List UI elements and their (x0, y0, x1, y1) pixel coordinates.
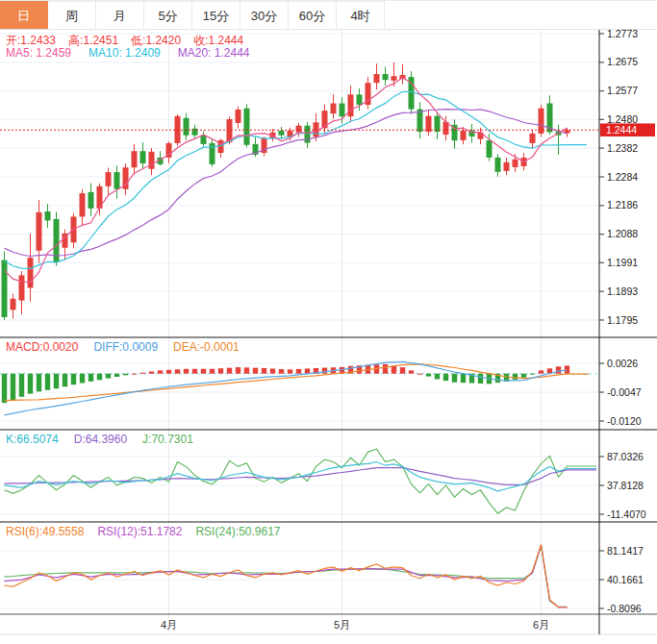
candle-body[interactable] (37, 212, 42, 251)
macd-bar[interactable] (253, 368, 258, 374)
candle-body[interactable] (80, 193, 86, 216)
candle-body[interactable] (244, 109, 250, 145)
candle-body[interactable] (149, 152, 155, 169)
macd-bar[interactable] (461, 374, 466, 383)
macd-bar[interactable] (521, 374, 526, 378)
candle-body[interactable] (513, 160, 518, 167)
macd-bar[interactable] (11, 374, 15, 400)
macd-bar[interactable] (270, 368, 275, 373)
tab-month[interactable]: 月 (96, 1, 144, 29)
macd-bar[interactable] (210, 369, 215, 374)
candle-body[interactable] (331, 104, 337, 114)
macd-bar[interactable] (513, 374, 518, 380)
candle-body[interactable] (184, 118, 190, 136)
candle-body[interactable] (383, 74, 389, 80)
macd-bar[interactable] (296, 369, 301, 374)
tab-4hour[interactable]: 4时 (337, 1, 385, 29)
candle-body[interactable] (132, 151, 138, 167)
macd-bar[interactable] (556, 366, 561, 373)
candle-body[interactable] (426, 116, 432, 132)
macd-bar[interactable] (201, 369, 206, 374)
macd-bar[interactable] (132, 374, 137, 375)
macd-bar[interactable] (262, 368, 266, 374)
macd-bar[interactable] (400, 367, 405, 374)
macd-bar[interactable] (175, 369, 180, 373)
macd-bar[interactable] (417, 374, 422, 375)
macd-bar[interactable] (452, 374, 457, 383)
tab-week[interactable]: 周 (48, 1, 96, 29)
macd-bar[interactable] (236, 367, 240, 374)
macd-bar[interactable] (478, 374, 483, 384)
candle-body[interactable] (2, 260, 8, 317)
macd-bar[interactable] (166, 370, 171, 374)
candle-body[interactable] (11, 299, 16, 310)
macd-bar[interactable] (539, 370, 543, 373)
macd-bar[interactable] (149, 372, 154, 374)
tab-30min[interactable]: 30分 (240, 1, 289, 29)
candle-body[interactable] (236, 110, 241, 123)
macd-bar[interactable] (322, 368, 327, 374)
tab-15min[interactable]: 15分 (192, 1, 240, 29)
tab-day[interactable]: 日 (0, 1, 48, 29)
macd-bar[interactable] (37, 374, 41, 392)
macd-bar[interactable] (227, 368, 232, 374)
candle-body[interactable] (348, 94, 354, 116)
macd-bar[interactable] (140, 373, 145, 374)
diff-line (5, 361, 568, 415)
candle-body[interactable] (88, 192, 94, 209)
candle-body[interactable] (357, 94, 363, 105)
macd-bar[interactable] (123, 374, 128, 376)
candle-body[interactable] (487, 140, 493, 158)
candle-body[interactable] (106, 172, 112, 186)
macd-bar[interactable] (184, 369, 189, 374)
macd-bar[interactable] (383, 364, 388, 374)
candle-body[interactable] (530, 134, 536, 143)
candle-body[interactable] (28, 258, 34, 287)
macd-bar[interactable] (88, 374, 93, 382)
tab-60min[interactable]: 60分 (289, 1, 337, 29)
macd-bar[interactable] (45, 374, 50, 390)
candle-body[interactable] (45, 211, 51, 220)
candle-body[interactable] (504, 162, 510, 171)
macd-bar[interactable] (305, 368, 310, 373)
macd-bar[interactable] (28, 374, 33, 394)
candle-body[interactable] (340, 104, 345, 117)
candle-body[interactable] (392, 76, 397, 81)
candle-body[interactable] (279, 131, 285, 136)
macd-bar[interactable] (279, 369, 284, 374)
candle-body[interactable] (374, 74, 380, 83)
macd-bar[interactable] (114, 374, 119, 377)
macd-bar[interactable] (426, 374, 431, 377)
macd-bar[interactable] (530, 374, 535, 375)
macd-bar[interactable] (565, 365, 569, 373)
macd-bar[interactable] (192, 369, 197, 374)
candle-body[interactable] (114, 172, 120, 189)
candle-body[interactable] (305, 126, 311, 143)
macd-bar[interactable] (443, 374, 448, 381)
macd-bar[interactable] (409, 370, 414, 373)
axis-tick-label: 87.0326 (607, 451, 644, 462)
macd-bar[interactable] (71, 374, 76, 385)
chart-canvas[interactable]: 1.24441.27731.26751.25771.24801.23821.22… (0, 1, 657, 644)
macd-bar[interactable] (218, 368, 223, 373)
candle-body[interactable] (19, 275, 25, 300)
candle-body[interactable] (461, 131, 467, 140)
macd-bar[interactable] (244, 367, 249, 373)
candle-body[interactable] (435, 116, 441, 132)
candle-body[interactable] (495, 158, 501, 172)
macd-bar[interactable] (54, 374, 59, 389)
macd-bar[interactable] (80, 374, 85, 384)
candle-body[interactable] (201, 136, 207, 144)
macd-bar[interactable] (435, 374, 440, 380)
macd-bar[interactable] (2, 374, 7, 403)
macd-bar[interactable] (288, 369, 292, 373)
macd-bar[interactable] (106, 374, 111, 379)
candle-body[interactable] (140, 151, 146, 163)
candlestick-series (2, 62, 570, 320)
macd-bar[interactable] (158, 370, 163, 373)
tab-5min[interactable]: 5分 (144, 1, 192, 29)
candle-body[interactable] (296, 126, 302, 133)
macd-bar[interactable] (97, 374, 102, 381)
macd-bar[interactable] (63, 374, 67, 387)
macd-bar[interactable] (19, 374, 24, 397)
